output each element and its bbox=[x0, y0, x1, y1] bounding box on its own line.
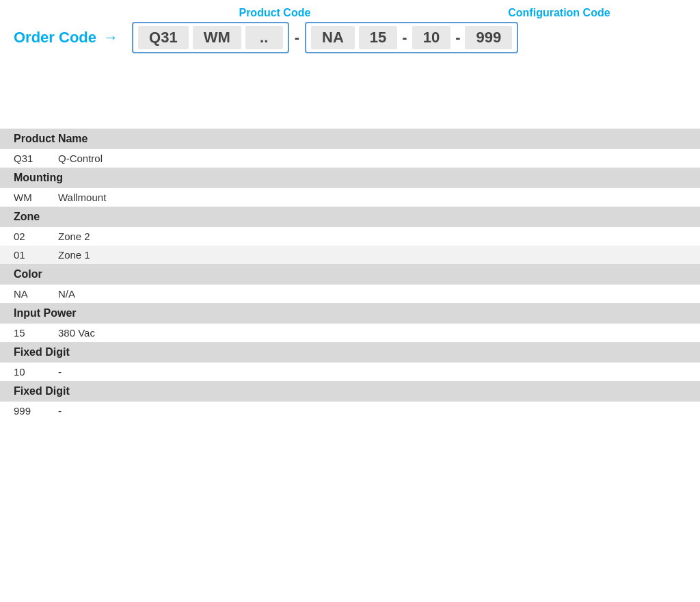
section-row-product-name-0: Q31 Q-Control bbox=[0, 149, 700, 168]
order-code-label: Order Code bbox=[14, 29, 96, 47]
product-segment-0: Q31 bbox=[138, 26, 189, 49]
box-separator: - bbox=[289, 29, 305, 47]
product-segment-1: WM bbox=[193, 26, 241, 49]
section-header-input-power: Input Power bbox=[0, 303, 700, 324]
config-code-box: NA 15 - 10 - 999 bbox=[305, 22, 518, 53]
table-section: Product Name Q31 Q-Control Mounting WM W… bbox=[0, 129, 700, 420]
section-header-product-name: Product Name bbox=[0, 129, 700, 149]
order-code-arrow: → bbox=[103, 29, 118, 47]
config-segment-0: NA bbox=[311, 26, 355, 49]
section-row-zone-1: 01 Zone 1 bbox=[0, 246, 700, 264]
config-segment-2: 10 bbox=[412, 26, 450, 49]
section-header-mounting: Mounting bbox=[0, 168, 700, 188]
section-header-fixed-digit-1: Fixed Digit bbox=[0, 342, 700, 363]
product-code-box: Q31 WM .. bbox=[132, 22, 289, 53]
config-segment-1: 15 bbox=[359, 26, 397, 49]
product-segment-2: .. bbox=[245, 26, 283, 49]
product-code-label: Product Code bbox=[164, 7, 386, 19]
section-row-mounting-0: WM Wallmount bbox=[0, 188, 700, 207]
section-row-input-power-0: 15 380 Vac bbox=[0, 324, 700, 342]
config-code-label: Configuration Code bbox=[418, 7, 700, 19]
config-segment-3: 999 bbox=[465, 26, 512, 49]
section-header-color: Color bbox=[0, 264, 700, 285]
config-sep-0: - bbox=[399, 29, 409, 47]
section-row-zone-0: 02 Zone 2 bbox=[0, 227, 700, 246]
config-sep-1: - bbox=[453, 29, 463, 47]
section-header-fixed-digit-2: Fixed Digit bbox=[0, 381, 700, 402]
section-row-fixed-digit-2-0: 999 - bbox=[0, 402, 700, 420]
section-row-color-0: NA N/A bbox=[0, 285, 700, 303]
section-header-zone: Zone bbox=[0, 207, 700, 227]
section-row-fixed-digit-1-0: 10 - bbox=[0, 363, 700, 381]
